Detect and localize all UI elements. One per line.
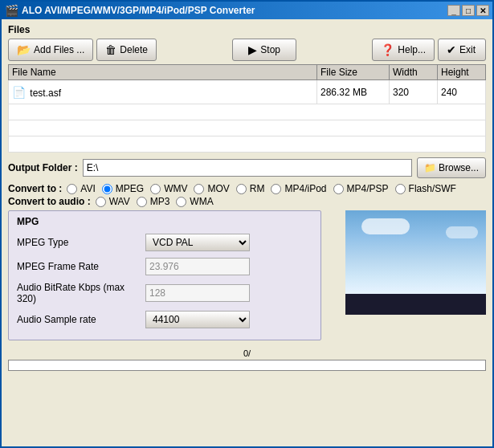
- add-files-button[interactable]: 📂 Add Files ...: [8, 39, 93, 61]
- title-bar: 🎬 ALO AVI/MPEG/WMV/3GP/MP4/iPod/PSP Conv…: [2, 2, 492, 19]
- files-section: Files 📂 Add Files ... 🗑 Delete ▶ Stop: [8, 24, 486, 153]
- preview-sky: [345, 210, 486, 294]
- preview-ground: [345, 294, 486, 315]
- radio-avi[interactable]: AVI: [67, 183, 95, 194]
- file-name-cell: 📄 test.asf: [9, 80, 317, 104]
- mpeg-type-select[interactable]: VCD PAL: [145, 234, 250, 251]
- output-section: Output Folder : 📁 Browse...: [8, 157, 486, 178]
- convert-audio-row: Convert to audio : WAV MP3 WMA: [8, 196, 486, 207]
- exit-icon: ✔: [447, 43, 456, 56]
- close-button[interactable]: ✕: [476, 5, 489, 16]
- radio-wmv[interactable]: WMV: [150, 183, 187, 194]
- file-name-value: test.asf: [30, 88, 61, 99]
- audio-sample-row: Audio Sample rate 44100: [17, 311, 312, 328]
- col-width: Width: [390, 65, 438, 80]
- file-height-cell: 240: [438, 80, 486, 104]
- mpg-panel-title: MPG: [17, 216, 312, 227]
- window-title: ALO AVI/MPEG/WMV/3GP/MP4/iPod/PSP Conver…: [22, 5, 447, 16]
- files-toolbar: 📂 Add Files ... 🗑 Delete ▶ Stop ❓ Help..…: [8, 39, 486, 61]
- app-icon: 🎬: [5, 4, 18, 17]
- mpeg-frame-rate-row: MPEG Frame Rate: [17, 258, 312, 275]
- audio-sample-select[interactable]: 44100: [145, 311, 250, 328]
- radio-mpeg[interactable]: MPEG: [102, 183, 144, 194]
- file-width-cell: 320: [390, 80, 438, 104]
- file-size-cell: 286.32 MB: [317, 80, 390, 104]
- stop-icon: ▶: [248, 43, 257, 56]
- audio-bitrate-row: Audio BitRate Kbps (max 320): [17, 282, 312, 304]
- table-row[interactable]: 📄 test.asf 286.32 MB 320 240: [9, 80, 486, 104]
- preview-cloud-1: [361, 218, 410, 234]
- radio-mp3[interactable]: MP3: [137, 196, 170, 207]
- browse-icon: 📁: [424, 162, 436, 173]
- output-folder-input[interactable]: [83, 159, 412, 177]
- settings-preview-area: MPG MPEG Type VCD PAL MPEG Frame Rate Au…: [8, 210, 486, 345]
- browse-button[interactable]: 📁 Browse...: [417, 157, 486, 178]
- radio-mp4ipod[interactable]: MP4/iPod: [271, 183, 326, 194]
- minimize-button[interactable]: _: [447, 5, 460, 16]
- bottom-section: 0/: [8, 348, 486, 371]
- col-height: Height: [438, 65, 486, 80]
- files-label: Files: [8, 24, 486, 35]
- maximize-button[interactable]: □: [462, 5, 475, 16]
- exit-label: Exit: [459, 44, 476, 55]
- window-controls: _ □ ✕: [447, 5, 489, 16]
- mpeg-frame-rate-label: MPEG Frame Rate: [17, 261, 145, 272]
- help-button[interactable]: ❓ Help...: [372, 39, 435, 61]
- stop-label: Stop: [260, 44, 280, 55]
- radio-rm[interactable]: RM: [236, 183, 265, 194]
- exit-button[interactable]: ✔ Exit: [438, 39, 486, 61]
- convert-to-row: Convert to : AVI MPEG WMV MOV RM MP4/iPo…: [8, 183, 486, 194]
- help-icon: ❓: [381, 43, 394, 56]
- radio-mp4psp[interactable]: MP4/PSP: [333, 183, 389, 194]
- output-label: Output Folder :: [8, 162, 78, 173]
- file-icon: 📄: [12, 86, 26, 99]
- radio-wav[interactable]: WAV: [96, 196, 130, 207]
- mpg-panel: MPG MPEG Type VCD PAL MPEG Frame Rate Au…: [8, 210, 321, 340]
- radio-flash[interactable]: Flash/SWF: [395, 183, 456, 194]
- radio-mov[interactable]: MOV: [194, 183, 229, 194]
- audio-bitrate-label: Audio BitRate Kbps (max 320): [17, 282, 145, 304]
- mpeg-frame-rate-input: [145, 258, 250, 275]
- mpeg-type-label: MPEG Type: [17, 237, 145, 248]
- add-files-icon: 📂: [17, 43, 31, 56]
- delete-label: Delete: [120, 44, 148, 55]
- main-window: 🎬 ALO AVI/MPEG/WMV/3GP/MP4/iPod/PSP Conv…: [0, 0, 494, 448]
- convert-to-section: Convert to : AVI MPEG WMV MOV RM MP4/iPo…: [8, 183, 486, 207]
- browse-label: Browse...: [439, 162, 479, 173]
- file-table: File Name File Size Width Height 📄 test.…: [8, 64, 486, 153]
- audio-sample-label: Audio Sample rate: [17, 314, 145, 325]
- preview-cloud-2: [446, 226, 478, 238]
- audio-bitrate-input[interactable]: [145, 284, 250, 302]
- col-filesize: File Size: [317, 65, 390, 80]
- convert-audio-label: Convert to audio :: [8, 196, 91, 207]
- col-filename: File Name: [9, 65, 317, 80]
- add-files-label: Add Files ...: [34, 44, 84, 55]
- help-label: Help...: [398, 44, 426, 55]
- mpeg-type-row: MPEG Type VCD PAL: [17, 234, 312, 251]
- progress-label: 0/: [8, 348, 486, 358]
- delete-button[interactable]: 🗑 Delete: [96, 39, 157, 61]
- radio-wma[interactable]: WMA: [176, 196, 213, 207]
- delete-icon: 🗑: [105, 43, 116, 56]
- video-preview: [345, 210, 486, 315]
- progress-bar-container: [8, 360, 486, 371]
- convert-to-label: Convert to :: [8, 183, 62, 194]
- stop-button[interactable]: ▶ Stop: [232, 39, 296, 61]
